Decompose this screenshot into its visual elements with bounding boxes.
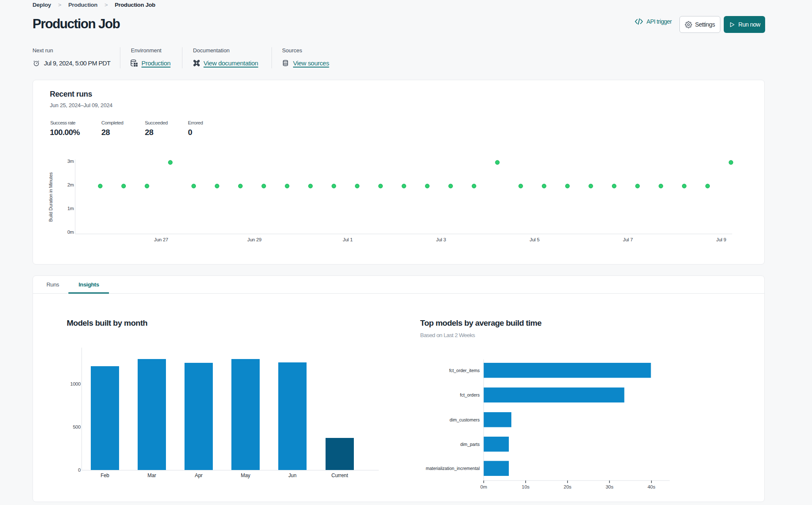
svg-text:Mar: Mar — [147, 473, 156, 478]
svg-text:1m: 1m — [67, 206, 74, 211]
svg-text:Jun 27: Jun 27 — [154, 237, 168, 242]
svg-text:0m: 0m — [67, 230, 74, 235]
svg-text:fct_order_items: fct_order_items — [449, 368, 480, 373]
svg-text:Current: Current — [331, 473, 348, 478]
svg-text:Jun: Jun — [288, 473, 296, 478]
svg-text:Jul 7: Jul 7 — [623, 237, 633, 242]
svg-text:dim_customers: dim_customers — [450, 417, 480, 422]
svg-text:3m: 3m — [67, 159, 74, 164]
svg-text:dim_parts: dim_parts — [460, 442, 480, 447]
svg-text:Jun 29: Jun 29 — [247, 237, 261, 242]
svg-text:Feb: Feb — [100, 473, 109, 478]
svg-text:0: 0 — [78, 467, 81, 473]
svg-text:Jul 5: Jul 5 — [530, 237, 539, 242]
svg-text:Build Duration in Minutes: Build Duration in Minutes — [48, 172, 53, 222]
svg-text:Jul 9: Jul 9 — [716, 237, 726, 242]
svg-text:Jul 1: Jul 1 — [343, 237, 353, 242]
svg-text:Apr: Apr — [195, 473, 202, 478]
svg-text:20s: 20s — [564, 484, 572, 489]
svg-text:10s: 10s — [522, 484, 530, 489]
svg-text:materialization_incremental: materialization_incremental — [426, 466, 480, 471]
svg-text:2m: 2m — [67, 182, 74, 187]
svg-text:0m: 0m — [481, 484, 487, 489]
svg-text:fct_orders: fct_orders — [460, 392, 480, 397]
svg-text:500: 500 — [73, 424, 81, 429]
svg-text:30s: 30s — [606, 484, 614, 489]
svg-text:Jul 3: Jul 3 — [436, 237, 446, 242]
svg-text:1000: 1000 — [70, 381, 81, 386]
svg-text:May: May — [241, 473, 250, 478]
svg-text:40s: 40s — [647, 484, 655, 489]
